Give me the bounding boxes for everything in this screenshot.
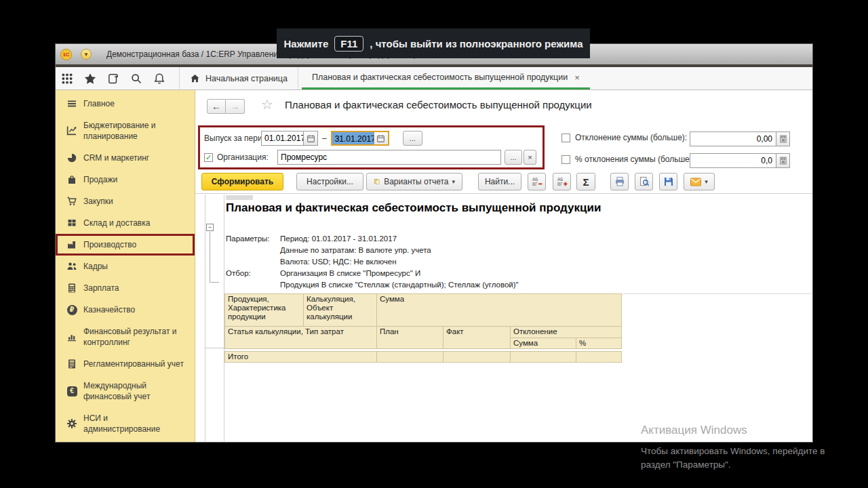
nav-history-buttons: ← → <box>207 99 245 114</box>
sidebar-item-salary[interactable]: Зарплата <box>56 277 195 299</box>
planning-chart-icon <box>66 125 77 136</box>
grid-line <box>205 348 224 348</box>
svg-text:АБ: АБ <box>557 177 564 182</box>
sidebar-item-budgeting[interactable]: Бюджетирование и планирование <box>56 115 195 147</box>
date-to-field[interactable]: 31.01.2017 <box>331 131 389 146</box>
dropdown-caret-icon: ▾ <box>452 178 455 185</box>
report-parameters: Параметры:Период: 01.01.2017 - 31.01.201… <box>226 233 519 291</box>
tab-bar: Начальная страница Плановая и фактическа… <box>56 67 812 90</box>
organization-more-button[interactable]: ... <box>505 150 522 165</box>
sidebar-item-regulated[interactable]: Регламентированный учет <box>56 353 195 375</box>
settings-button[interactable]: Настройки... <box>296 173 363 190</box>
expand-groups-icon: АБВГ <box>557 176 568 187</box>
forward-button[interactable]: → <box>226 99 245 114</box>
report-variants-icon <box>374 177 380 186</box>
menu-lines-icon <box>66 98 77 109</box>
back-button[interactable]: ← <box>207 99 226 114</box>
collapse-groups-icon: АБВГ <box>532 176 542 187</box>
grid-line <box>621 293 812 294</box>
sidebar-item-crm[interactable]: CRM и маркетинг <box>56 147 195 169</box>
print-button[interactable] <box>610 173 629 190</box>
report-table: Продукция, Характеристика продукции Каль… <box>224 293 622 363</box>
sidebar-item-ifrs[interactable]: € Международный финансовый учет <box>56 375 195 407</box>
preview-icon <box>639 176 650 187</box>
main-menu-button[interactable]: ▼ <box>81 49 92 60</box>
1c-logo-icon: 1С <box>60 49 72 60</box>
preview-button[interactable] <box>635 173 653 190</box>
deviation-label: Отклонение суммы (больше): <box>575 133 687 142</box>
calendar-icon[interactable] <box>374 132 388 144</box>
organization-label: Организация: <box>217 152 277 162</box>
organization-clear-button[interactable]: × <box>524 150 536 165</box>
history-button[interactable] <box>102 67 125 89</box>
favorites-button[interactable] <box>79 67 102 89</box>
collapse-groups-button[interactable]: АБВГ <box>528 173 546 190</box>
f11-key-badge: F11 <box>334 36 363 52</box>
generate-button[interactable]: Сформировать <box>201 173 283 190</box>
windows-activation-text: Чтобы активировать Windows, перейдите в … <box>641 445 825 472</box>
calculator-button[interactable] <box>776 131 790 146</box>
bell-icon <box>153 73 165 85</box>
tab-home[interactable]: Начальная страница <box>179 67 298 89</box>
period-filter-group: Выпуск за период: 01.01.2017 – 31.01.201… <box>198 125 545 169</box>
sections-panel: Главное Бюджетирование и планирование CR… <box>56 90 195 442</box>
tab-close-icon[interactable]: × <box>574 73 580 83</box>
report-corner-block <box>226 195 253 200</box>
favorite-star-icon[interactable]: ☆ <box>261 96 273 113</box>
page-title: Плановая и фактическая себестоимость вып… <box>285 99 592 110</box>
total-cell-plan <box>377 352 443 363</box>
gear-icon <box>66 418 77 429</box>
param-line: Валюта: USD; НДС: Не включен <box>280 256 397 268</box>
expand-groups-button[interactable]: АБВГ <box>553 173 571 190</box>
toolbar-divider <box>195 193 812 194</box>
sidebar-item-main[interactable]: Главное <box>56 93 195 115</box>
report-toolbar: Сформировать Настройки... Варианты отчет… <box>201 173 715 190</box>
save-button[interactable] <box>659 173 677 190</box>
boxes-grid-icon <box>66 218 77 228</box>
cart-icon <box>66 196 77 207</box>
date-from-field[interactable]: 01.01.2017 <box>261 131 318 146</box>
total-cell-deviation-pct <box>576 352 622 363</box>
save-floppy-icon <box>663 176 674 187</box>
calendar-icon[interactable] <box>303 131 317 145</box>
search-icon <box>130 73 142 85</box>
deviation-input[interactable]: 0,00 <box>690 131 776 146</box>
calculator-icon <box>66 283 77 293</box>
deviation-checkbox[interactable] <box>561 134 570 142</box>
sidebar-item-treasury[interactable]: ₽ Казначейство <box>56 299 195 321</box>
group-collapse-toggle[interactable]: − <box>206 224 214 231</box>
group-bracket <box>210 232 210 282</box>
organization-checkbox[interactable]: ✓ <box>204 153 213 162</box>
sidebar-item-admin[interactable]: НСИ и администрирование <box>56 407 195 440</box>
calculator-button[interactable] <box>776 153 790 168</box>
notice-text-prefix: Нажмите <box>283 38 328 49</box>
star-icon <box>84 73 96 85</box>
selection-line: Организация В списке "Промресурс" И <box>280 268 420 279</box>
col-header-plan: План <box>377 327 443 349</box>
deviation-pct-input[interactable]: 0,0 <box>690 153 776 168</box>
tools-menu-button[interactable] <box>56 67 79 89</box>
sidebar-item-warehouse[interactable]: Склад и доставка <box>56 212 195 234</box>
total-row-label: Итого <box>225 352 377 363</box>
range-dash: – <box>322 134 327 143</box>
sidebar-item-production[interactable]: Производство <box>56 234 195 256</box>
pie-chart-icon <box>66 152 77 163</box>
tab-report[interactable]: Плановая и фактическая себестоимость вып… <box>302 67 590 89</box>
sidebar-item-finresult[interactable]: Финансовый результат и контроллинг <box>56 321 195 353</box>
report-title: Плановая и фактическая себестоимость вып… <box>226 201 601 215</box>
ruble-coin-icon: ₽ <box>66 304 77 315</box>
search-button[interactable] <box>125 67 148 89</box>
send-mail-button[interactable]: ▾ <box>684 173 715 190</box>
find-button[interactable]: Найти... <box>478 173 521 190</box>
sidebar-item-hr[interactable]: Кадры <box>56 256 195 277</box>
deviation-field-group: 0,00 <box>690 131 790 146</box>
period-more-button[interactable]: ... <box>403 131 422 146</box>
organization-input[interactable]: Промресурс <box>277 150 501 165</box>
report-variants-button[interactable]: Варианты отчета ▾ <box>366 173 462 190</box>
sidebar-item-sales[interactable]: Продажи <box>56 169 195 190</box>
selection-label: Отбор: <box>226 268 280 279</box>
sidebar-item-purchases[interactable]: Закупки <box>56 190 195 212</box>
deviation-pct-checkbox[interactable] <box>561 155 570 164</box>
sum-button[interactable]: Σ <box>576 173 595 190</box>
notifications-button[interactable] <box>148 67 171 89</box>
